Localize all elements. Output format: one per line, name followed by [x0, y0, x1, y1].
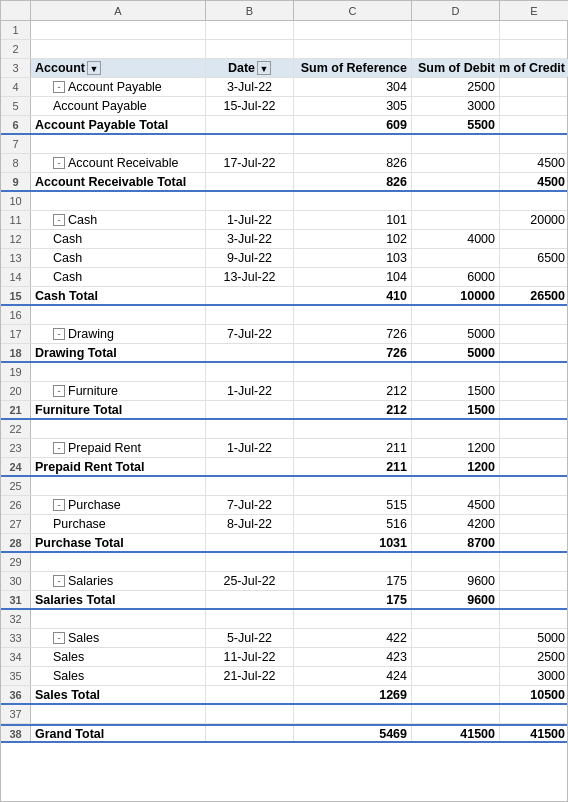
- cell-b: [206, 135, 294, 153]
- expand-icon[interactable]: -: [53, 499, 65, 511]
- cell-c: 422: [294, 629, 412, 647]
- filter-arrow-account[interactable]: ▼: [87, 61, 101, 75]
- cell-b: 5-Jul-22: [206, 629, 294, 647]
- cell-d: [412, 21, 500, 39]
- cell-e: [500, 306, 568, 324]
- filter-arrow-date[interactable]: ▼: [257, 61, 271, 75]
- cell-c: 1269: [294, 686, 412, 703]
- account-name: Purchase: [53, 517, 106, 531]
- cell-e: [500, 458, 568, 475]
- cell-b: 1-Jul-22: [206, 211, 294, 229]
- table-row: 24 Prepaid Rent Total 211 1200: [1, 458, 567, 477]
- cell-d: 10000: [412, 287, 500, 304]
- cell-b: 3-Jul-22: [206, 78, 294, 96]
- cell-a: - Cash: [31, 211, 206, 229]
- expand-icon[interactable]: -: [53, 157, 65, 169]
- cell-c: [294, 705, 412, 723]
- table-row: 6 Account Payable Total 609 5500: [1, 116, 567, 135]
- account-name: Sales: [53, 669, 84, 683]
- cell-d: [412, 477, 500, 495]
- cell-e: [500, 78, 568, 96]
- row-num-cell: 38: [1, 726, 31, 741]
- account-name: Purchase: [68, 498, 121, 512]
- header-account[interactable]: Account ▼: [31, 59, 206, 77]
- cell-d: [412, 629, 500, 647]
- expand-icon[interactable]: -: [53, 81, 65, 93]
- cell-a: Sales: [31, 667, 206, 685]
- cell-b: [206, 686, 294, 703]
- table-row: 25: [1, 477, 567, 496]
- cell-e: 4500: [500, 173, 568, 190]
- cell-d: 1500: [412, 401, 500, 418]
- cell-b: 9-Jul-22: [206, 249, 294, 267]
- table-row: 2: [1, 40, 567, 59]
- cell-d: 4200: [412, 515, 500, 533]
- row-num-cell: 23: [1, 439, 31, 457]
- table-row: 16: [1, 306, 567, 325]
- table-row: 26 - Purchase 7-Jul-22 515 4500: [1, 496, 567, 515]
- cell-e: 3000: [500, 667, 568, 685]
- grid-body: 1 2 3 Account ▼ Date ▼ Sum of Reference: [1, 21, 567, 743]
- cell-c: 423: [294, 648, 412, 666]
- cell-d: [412, 306, 500, 324]
- header-date[interactable]: Date ▼: [206, 59, 294, 77]
- cell-d: 4000: [412, 230, 500, 248]
- cell-d: [412, 211, 500, 229]
- row-num-cell: 6: [1, 116, 31, 133]
- cell-a: [31, 705, 206, 723]
- expand-icon[interactable]: -: [53, 214, 65, 226]
- cell-e: [500, 496, 568, 514]
- row-num-cell: 11: [1, 211, 31, 229]
- cell-e: [500, 192, 568, 210]
- cell-b: [206, 192, 294, 210]
- table-row: 35 Sales 21-Jul-22 424 3000: [1, 667, 567, 686]
- cell-a: Cash: [31, 249, 206, 267]
- cell-d: 41500: [412, 726, 500, 741]
- cell-b: [206, 363, 294, 381]
- cell-b: [206, 173, 294, 190]
- cell-d: [412, 667, 500, 685]
- row-num-cell: 19: [1, 363, 31, 381]
- cell-e: [500, 325, 568, 343]
- cell-a: [31, 420, 206, 438]
- cell-d: 9600: [412, 591, 500, 608]
- cell-e: 6500: [500, 249, 568, 267]
- cell-d: 3000: [412, 97, 500, 115]
- expand-icon[interactable]: -: [53, 328, 65, 340]
- cell-e: 4500: [500, 154, 568, 172]
- cell-a: [31, 363, 206, 381]
- cell-e: [500, 40, 568, 58]
- cell-b: 25-Jul-22: [206, 572, 294, 590]
- cell-e: [500, 591, 568, 608]
- table-row: 28 Purchase Total 1031 8700: [1, 534, 567, 553]
- cell-c: [294, 363, 412, 381]
- cell-e: 26500: [500, 287, 568, 304]
- table-row: 11 - Cash 1-Jul-22 101 20000: [1, 211, 567, 230]
- cell-b: [206, 420, 294, 438]
- row-num-cell: 34: [1, 648, 31, 666]
- row-num-cell: 35: [1, 667, 31, 685]
- expand-icon[interactable]: -: [53, 575, 65, 587]
- row-num-cell: 7: [1, 135, 31, 153]
- table-row: 1: [1, 21, 567, 40]
- expand-icon[interactable]: -: [53, 385, 65, 397]
- cell-c: 175: [294, 572, 412, 590]
- row-num-cell: 2: [1, 40, 31, 58]
- cell-e: [500, 21, 568, 39]
- cell-d: 1200: [412, 458, 500, 475]
- account-name: Account Payable: [68, 80, 162, 94]
- row-num-cell: 26: [1, 496, 31, 514]
- expand-icon[interactable]: -: [53, 632, 65, 644]
- cell-a: [31, 610, 206, 628]
- account-name: Sales: [53, 650, 84, 664]
- cell-e: [500, 705, 568, 723]
- cell-b: [206, 477, 294, 495]
- row-num-cell: 10: [1, 192, 31, 210]
- cell-b: [206, 705, 294, 723]
- cell-e: 10500: [500, 686, 568, 703]
- row-num-cell: 24: [1, 458, 31, 475]
- cell-d: 1500: [412, 382, 500, 400]
- table-row: 33 - Sales 5-Jul-22 422 5000: [1, 629, 567, 648]
- expand-icon[interactable]: -: [53, 442, 65, 454]
- row-num-cell: 3: [1, 59, 31, 77]
